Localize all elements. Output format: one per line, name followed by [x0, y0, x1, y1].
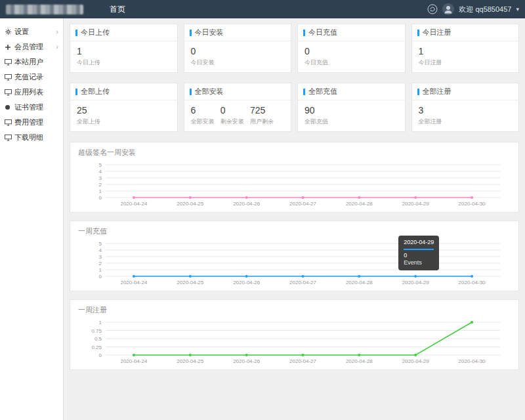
sidebar-item-member-management[interactable]: 会员管理 › — [0, 39, 63, 54]
chart-svg: 0123452020-04-242020-04-252020-04-262020… — [78, 240, 511, 287]
svg-text:4: 4 — [99, 169, 102, 175]
data-point — [471, 196, 473, 199]
metric-value: 25 — [77, 105, 100, 116]
data-point — [414, 275, 417, 278]
data-point — [189, 196, 192, 199]
svg-text:0.5: 0.5 — [94, 336, 102, 342]
data-point — [245, 354, 248, 356]
data-point — [245, 275, 248, 278]
stat-cards-row-total: 全部上传 25 全部上传 全部安装 6 全部安装 — [70, 83, 519, 132]
metric-value: 90 — [304, 105, 328, 116]
accent-bar — [75, 89, 77, 95]
card-title: 全部上传 — [81, 87, 110, 96]
svg-text:2020-04-27: 2020-04-27 — [289, 280, 316, 285]
user-avatar[interactable] — [442, 3, 454, 15]
metric: 0 今日安装 — [191, 46, 215, 67]
data-point — [358, 275, 360, 278]
data-point — [358, 354, 360, 356]
sidebar-item-label: 设置 — [14, 27, 29, 37]
sidebar-item-fee-management[interactable]: 费用管理 — [0, 115, 63, 130]
svg-text:2: 2 — [99, 261, 102, 266]
metric-label: 今日充值 — [304, 58, 328, 67]
line-chart-weekly-recharge[interactable]: 0123452020-04-242020-04-252020-04-262020… — [78, 240, 511, 287]
card-body: 90 全部充值 — [298, 100, 405, 131]
chart-svg: 00.250.50.7512020-04-242020-04-252020-04… — [78, 318, 511, 366]
stat-card-today-recharge: 今日充值 0 今日充值 — [297, 24, 406, 73]
accent-bar — [303, 89, 305, 95]
metric: 6 全部安装 — [191, 105, 215, 126]
metric: 725 用户剩余 — [250, 105, 274, 126]
svg-text:0.75: 0.75 — [91, 328, 102, 334]
stat-card-today-install: 今日安装 0 今日安装 — [184, 24, 292, 73]
data-point — [302, 354, 304, 356]
sidebar-item-app-list[interactable]: 应用列表 — [0, 85, 63, 100]
dot-icon — [5, 104, 14, 110]
data-point — [471, 321, 473, 324]
svg-text:2020-04-28: 2020-04-28 — [346, 280, 373, 285]
svg-text:2020-04-25: 2020-04-25 — [177, 358, 203, 364]
metric-value: 3 — [419, 105, 442, 116]
svg-text:2020-04-24: 2020-04-24 — [120, 280, 147, 285]
sidebar-item-download-details[interactable]: 下载明细 — [0, 130, 63, 145]
accent-bar — [303, 30, 305, 36]
metric: 0 剩余安装 — [220, 105, 244, 126]
metric-label: 全部充值 — [304, 117, 328, 126]
svg-text:0: 0 — [99, 352, 102, 358]
svg-text:2020-04-29: 2020-04-29 — [402, 280, 429, 285]
tab-home[interactable]: 首页 — [110, 4, 125, 15]
svg-text:5: 5 — [99, 162, 102, 168]
caret-down-icon[interactable]: ▾ — [516, 6, 519, 12]
chart-panel-weekly-register: 一周注册 00.250.50.7512020-04-242020-04-2520… — [70, 299, 519, 370]
monitor-icon — [5, 89, 14, 96]
monitor-icon — [5, 59, 14, 66]
chevron-right-icon: › — [56, 28, 58, 35]
sidebar-item-site-users[interactable]: 本站用户 — [0, 54, 63, 70]
monitor-icon — [5, 135, 14, 141]
card-body: 3 全部注册 — [412, 100, 519, 131]
plus-icon — [5, 44, 14, 51]
metric-value: 0 — [304, 46, 328, 56]
metric-value: 6 — [191, 105, 215, 116]
metric-value: 725 — [250, 105, 274, 116]
data-point — [414, 196, 417, 199]
svg-text:1: 1 — [99, 267, 102, 273]
sidebar-item-certificate-management[interactable]: 证书管理 — [0, 100, 63, 115]
data-point — [189, 275, 192, 278]
chart-svg: 0123452020-04-242020-04-252020-04-262020… — [78, 161, 511, 208]
data-point — [302, 275, 304, 278]
sidebar-item-label: 本站用户 — [14, 57, 43, 67]
svg-text:4: 4 — [99, 247, 102, 253]
card-title: 全部安装 — [195, 87, 224, 96]
refresh-icon[interactable] — [427, 4, 438, 14]
metric-label: 全部上传 — [77, 117, 100, 126]
welcome-text[interactable]: 欢迎 qq5850457 — [459, 5, 511, 14]
metric: 3 全部注册 — [419, 105, 442, 126]
svg-text:2020-04-30: 2020-04-30 — [459, 358, 486, 364]
svg-text:2020-04-24: 2020-04-24 — [120, 201, 147, 207]
accent-bar — [417, 30, 419, 36]
chart-panel-weekly-recharge: 一周充值 0123452020-04-242020-04-252020-04-2… — [70, 220, 519, 291]
sidebar-item-label: 应用列表 — [14, 87, 43, 97]
metric-label: 全部安装 — [191, 117, 215, 126]
metric-value: 1 — [419, 46, 442, 56]
sidebar-item-label: 证书管理 — [14, 102, 43, 112]
line-chart-weekly-install[interactable]: 0123452020-04-242020-04-252020-04-262020… — [78, 161, 511, 208]
svg-text:2: 2 — [99, 182, 102, 188]
data-point — [133, 275, 135, 278]
sidebar-item-recharge-records[interactable]: 充值记录 — [0, 70, 63, 85]
charts-section: 超级签名一周安装 0123452020-04-242020-04-252020-… — [70, 142, 519, 370]
svg-text:2020-04-26: 2020-04-26 — [233, 201, 260, 207]
card-title: 全部注册 — [423, 87, 452, 96]
data-point — [189, 354, 192, 356]
stat-card-today-register: 今日注册 1 今日注册 — [411, 24, 520, 73]
line-chart-weekly-register[interactable]: 00.250.50.7512020-04-242020-04-252020-04… — [78, 318, 511, 366]
metric-label: 用户剩余 — [250, 117, 274, 126]
svg-text:2020-04-25: 2020-04-25 — [177, 201, 203, 207]
metric-value: 0 — [220, 105, 244, 116]
svg-text:5: 5 — [99, 241, 102, 247]
sidebar-item-settings[interactable]: 设置 › — [0, 24, 63, 39]
svg-text:2020-04-24: 2020-04-24 — [120, 358, 147, 364]
metric-label: 剩余安装 — [220, 117, 244, 126]
svg-text:2020-04-25: 2020-04-25 — [177, 280, 203, 285]
metric-label: 全部注册 — [419, 117, 442, 126]
